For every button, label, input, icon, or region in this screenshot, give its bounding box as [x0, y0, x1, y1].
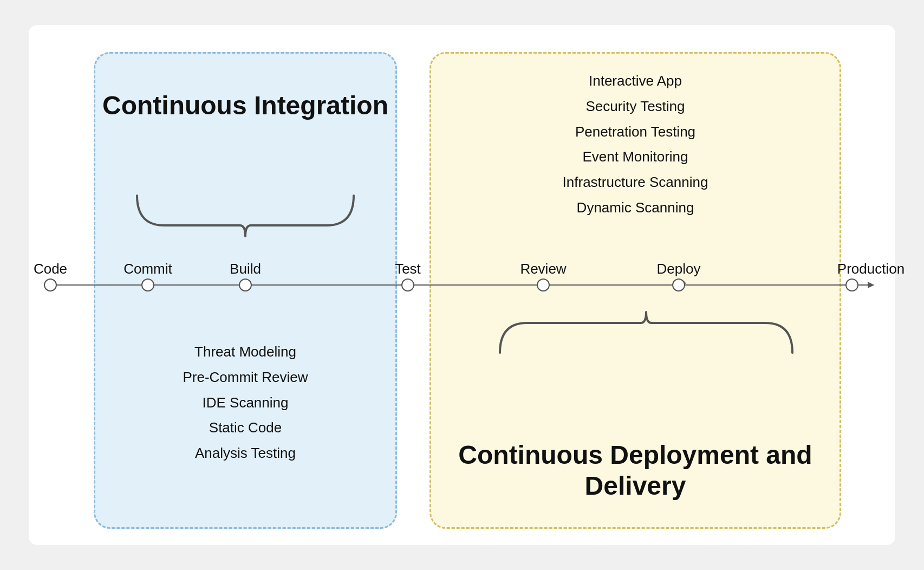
- label-commit: Commit: [123, 261, 172, 277]
- label-production: Production: [837, 261, 905, 277]
- arrow-seg-1: [57, 284, 148, 286]
- cd-item-5: Infrastructure Scanning: [430, 170, 841, 195]
- node-review: [537, 278, 550, 292]
- cd-item-6: Dynamic Scanning: [430, 195, 841, 221]
- label-build: Build: [230, 261, 261, 277]
- arrow-seg-6: [687, 284, 850, 286]
- node-code: [44, 278, 57, 292]
- node-test: [401, 278, 414, 292]
- cd-items: Interactive App Security Testing Penetra…: [430, 68, 841, 221]
- cd-title: Continuous Deployment and Delivery: [430, 439, 841, 502]
- arrow-seg-4: [414, 284, 544, 286]
- node-commit: [141, 278, 154, 292]
- ci-item-4: Static Code: [94, 415, 397, 441]
- label-code: Code: [34, 261, 67, 277]
- node-production: [845, 278, 858, 292]
- node-build: [239, 278, 252, 292]
- label-review: Review: [520, 261, 566, 277]
- arrow-seg-2: [154, 284, 245, 286]
- ci-item-2: Pre-Commit Review: [94, 365, 397, 390]
- arrow-seg-3: [252, 284, 408, 286]
- arrow-seg-5: [551, 284, 681, 286]
- label-test: Test: [395, 261, 421, 277]
- cd-item-4: Event Monitoring: [430, 144, 841, 170]
- ci-item-1: Threat Modeling: [94, 339, 397, 365]
- ci-brace: [132, 193, 359, 247]
- label-deploy: Deploy: [657, 261, 701, 277]
- ci-items: Threat Modeling Pre-Commit Review IDE Sc…: [94, 339, 397, 466]
- ci-title: Continuous Integration: [94, 90, 397, 121]
- ci-item-3: IDE Scanning: [94, 390, 397, 416]
- ci-item-5: Analysis Testing: [94, 441, 397, 466]
- cd-title-text: Continuous Deployment and Delivery: [430, 439, 841, 502]
- cd-item-3: Penetration Testing: [430, 119, 841, 145]
- cd-brace: [494, 301, 798, 355]
- diagram-container: Continuous Integration Code Commit Build…: [29, 25, 895, 545]
- cd-item-1: Interactive App: [430, 68, 841, 94]
- cd-item-2: Security Testing: [430, 94, 841, 119]
- ci-title-text: Continuous Integration: [94, 90, 397, 121]
- node-deploy: [672, 278, 685, 292]
